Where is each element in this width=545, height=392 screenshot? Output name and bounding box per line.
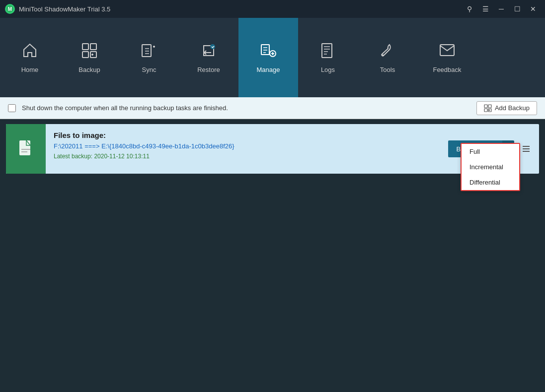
main-content: Files to image: F:\202011 ===> E:\{1840c… xyxy=(0,119,545,392)
logs-icon xyxy=(319,42,337,62)
backup-options-button[interactable] xyxy=(518,140,534,157)
app-logo: M xyxy=(5,4,15,14)
nav-label-tools: Tools xyxy=(380,66,395,73)
nav-item-tools[interactable]: Tools xyxy=(358,18,417,97)
svg-rect-8 xyxy=(261,45,269,55)
backup-card-icon-bg xyxy=(6,124,46,174)
backup-card-body: Files to image: F:\202011 ===> E:\{1840c… xyxy=(46,124,443,174)
svg-rect-2 xyxy=(82,44,88,50)
restore-icon xyxy=(200,42,218,62)
backup-date: Latest backup: 2020-11-12 10:13:11 xyxy=(54,153,435,160)
nav-label-home: Home xyxy=(21,66,39,73)
backup-path: F:\202011 ===> E:\{1840c8bd-c493-49ee-b1… xyxy=(54,142,435,150)
svg-rect-6 xyxy=(142,45,151,57)
file-image-icon xyxy=(15,138,36,159)
nav-item-restore[interactable]: Restore xyxy=(179,18,238,97)
feedback-icon xyxy=(438,42,456,62)
home-icon xyxy=(21,42,39,62)
add-backup-icon xyxy=(484,104,492,112)
svg-rect-3 xyxy=(90,44,96,50)
manage-icon xyxy=(259,42,277,62)
nav-item-manage[interactable]: Manage xyxy=(238,18,298,97)
toolbar: Shut down the computer when all the runn… xyxy=(0,97,545,119)
backup-card: Files to image: F:\202011 ===> E:\{1840c… xyxy=(6,124,539,174)
search-button[interactable]: ⚲ xyxy=(463,3,476,14)
svg-rect-12 xyxy=(484,105,487,108)
app-title: MiniTool ShadowMaker Trial 3.5 xyxy=(19,5,110,13)
nav-item-logs[interactable]: Logs xyxy=(298,18,358,97)
dropdown-item-incremental[interactable]: Incremental xyxy=(462,159,519,175)
hamburger-icon xyxy=(521,144,531,154)
backup-type-dropdown: Full Incremental Differential xyxy=(461,143,520,191)
dropdown-item-differential[interactable]: Differential xyxy=(462,175,519,190)
nav-label-backup: Backup xyxy=(78,66,100,73)
menu-button[interactable]: ☰ xyxy=(478,3,492,14)
svg-rect-13 xyxy=(488,105,491,108)
maximize-button[interactable]: ☐ xyxy=(510,3,524,14)
svg-rect-10 xyxy=(322,44,332,58)
nav-label-feedback: Feedback xyxy=(433,66,461,73)
nav-item-home[interactable]: Home xyxy=(0,18,60,97)
sync-icon xyxy=(140,42,158,62)
nav-label-logs: Logs xyxy=(321,66,335,73)
nav-bar: Home Backup xyxy=(0,18,545,97)
nav-label-sync: Sync xyxy=(142,66,156,73)
svg-rect-4 xyxy=(82,52,88,58)
nav-item-backup[interactable]: Backup xyxy=(60,18,119,97)
nav-label-restore: Restore xyxy=(197,66,220,73)
svg-text:M: M xyxy=(8,6,12,12)
shutdown-checkbox[interactable] xyxy=(8,104,16,112)
backup-icon xyxy=(80,42,98,62)
svg-point-7 xyxy=(210,44,215,49)
window-controls: ⚲ ☰ ─ ☐ ✕ xyxy=(463,3,540,14)
minimize-button[interactable]: ─ xyxy=(494,3,508,14)
svg-rect-14 xyxy=(484,109,487,112)
add-backup-label: Add Backup xyxy=(495,104,530,112)
shutdown-label: Shut down the computer when all the runn… xyxy=(22,104,470,112)
tools-icon xyxy=(379,42,396,62)
close-button[interactable]: ✕ xyxy=(526,3,540,14)
backup-card-actions: Back up Now Full Incremental Differentia… xyxy=(443,124,539,174)
dropdown-item-full[interactable]: Full xyxy=(462,144,519,159)
svg-rect-16 xyxy=(19,140,30,155)
nav-item-feedback[interactable]: Feedback xyxy=(417,18,477,97)
backup-title: Files to image: xyxy=(54,131,435,139)
add-backup-button[interactable]: Add Backup xyxy=(476,101,537,115)
title-bar: M MiniTool ShadowMaker Trial 3.5 ⚲ ☰ ─ ☐… xyxy=(0,0,545,18)
nav-label-manage: Manage xyxy=(257,66,280,73)
nav-item-sync[interactable]: Sync xyxy=(119,18,179,97)
